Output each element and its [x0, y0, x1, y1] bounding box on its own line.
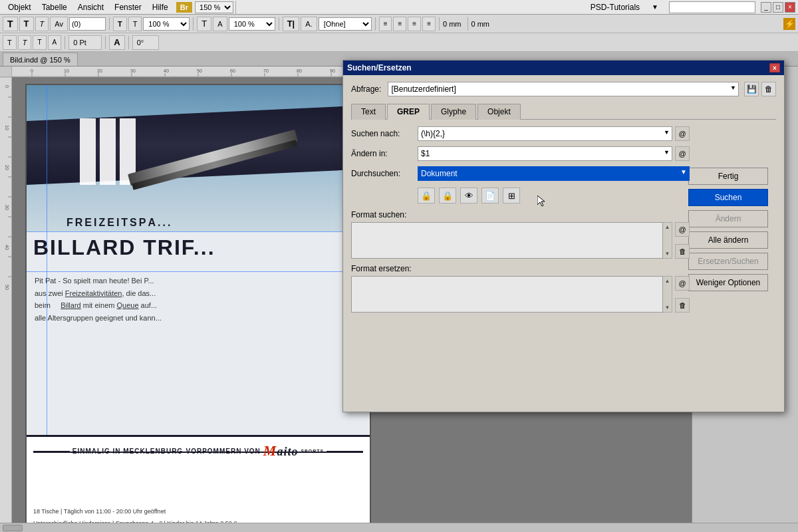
text-tool-Ax[interactable]: A [213, 17, 227, 31]
format-ersetzen-at2[interactable]: 🗑 [675, 298, 690, 313]
sep9 [128, 36, 129, 49]
format-suchen-section: Format suchen: ▲ ▼ @ 🗑 [351, 210, 690, 259]
tab-objekt[interactable]: Objekt [477, 104, 521, 120]
format-suchen-scrollbar[interactable]: ▲ ▼ [663, 222, 672, 259]
align-center[interactable]: ≡ [393, 17, 406, 31]
text-tool-T-serif[interactable]: T [113, 17, 127, 31]
sep5 [439, 17, 440, 31]
format-ersetzen-at1[interactable]: @ [675, 276, 690, 291]
abfrage-select[interactable]: [Benutzerdefiniert] [388, 82, 739, 96]
format-ersetzen-scrollbar[interactable]: ▲ ▼ [663, 276, 672, 313]
suchen-select-wrapper: (\h){2,} ▼ [418, 126, 672, 141]
tab-bild[interactable]: Bild.indd @ 150 % [3, 53, 78, 66]
scrollbar-horizontal[interactable] [0, 523, 798, 532]
ersetzen-suchen-button[interactable]: Ersetzen/Suchen [688, 253, 768, 270]
durchsuchen-select[interactable]: Dokument Auswahl Artikel Bis Ende [418, 166, 690, 181]
menu-fenster[interactable]: Fenster [109, 3, 147, 12]
menu-search-input[interactable] [669, 1, 755, 13]
suchen-nach-field-wrapper: (\h){2,} ▼ @ [418, 126, 690, 141]
abfrage-select-wrapper: [Benutzerdefiniert] ▼ [388, 82, 739, 96]
align-right[interactable]: ≡ [408, 17, 421, 31]
dialog-close-button[interactable]: × [769, 63, 780, 72]
fertig-button[interactable]: Fertig [688, 168, 768, 185]
text-italic-T[interactable]: T [18, 35, 32, 50]
scrollbar-h-thumb[interactable] [3, 525, 23, 531]
aendern-in-select[interactable]: $1 [418, 146, 672, 161]
aendern-in-row: Ändern in: $1 ▼ @ [351, 146, 776, 161]
tab-grep[interactable]: GREP [387, 104, 430, 120]
delete-query-btn[interactable]: 🗑 [761, 82, 776, 96]
weniger-optionen-button[interactable]: Weniger Optionen [688, 274, 768, 291]
body-line-3: beim Billard mit einem Queue auf... [35, 299, 363, 312]
svg-text:70: 70 [263, 68, 269, 73]
format-suchen-at1[interactable]: @ [675, 222, 690, 237]
menu-ansicht[interactable]: Ansicht [72, 3, 109, 12]
body-text: Pit Pat - So spielt man heute! Bei P... … [35, 275, 363, 325]
text-tool-T-sub[interactable]: T [197, 17, 211, 31]
doc-bottom-section: EINMALIG IN MECKLENBURG-VORPOMMERN VON M… [27, 435, 370, 523]
ruler-area: 0 10 20 30 40 50 [0, 66, 12, 523]
close-button[interactable]: × [785, 2, 795, 13]
psd-tutorials-label: PSD-Tutorials [585, 3, 645, 12]
format-suchen-textarea[interactable] [351, 222, 663, 259]
text-Ax-btn[interactable]: A. [301, 17, 317, 31]
text-tool-T2[interactable]: T [19, 17, 34, 31]
zoom-select[interactable]: 150 % [195, 1, 233, 13]
aendern-button[interactable]: Ändern [688, 210, 768, 227]
aendern-dropdown-arrow: ▼ [664, 149, 670, 156]
icon-master[interactable]: 👁 [460, 188, 477, 203]
menu-bar: Objekt Tabelle Ansicht Fenster Hilfe Br … [0, 0, 798, 15]
deg-btn[interactable]: 0° [132, 35, 159, 50]
align-left[interactable]: ≡ [379, 17, 392, 31]
align-justify[interactable]: ≡ [422, 17, 436, 31]
menu-objekt[interactable]: Objekt [3, 3, 37, 12]
icon-locked[interactable]: 🔒 [418, 188, 435, 203]
text-A-cap[interactable]: A [109, 35, 124, 50]
guide-h-1 [27, 231, 370, 232]
menu-hilfe[interactable]: Hilfe [147, 3, 174, 12]
tab-glyphe[interactable]: Glyphe [431, 104, 476, 120]
font-size-select1[interactable]: 100 % [143, 17, 190, 31]
einmalig-text: EINMALIG IN MECKLENBURG-VORPOMMERN VON [72, 448, 261, 455]
pt-btn[interactable]: 0 Pt [68, 35, 102, 50]
body-line-4: alle Altersgruppen geeignet und kann... [35, 312, 363, 325]
align-btns: ≡ ≡ ≡ ≡ [379, 17, 436, 31]
icon-case[interactable]: ⊞ [503, 188, 520, 203]
text-sc-T[interactable]: T [33, 35, 46, 50]
suchen-at-button[interactable]: @ [675, 126, 690, 141]
svg-text:40: 40 [164, 68, 169, 73]
tracking-input[interactable] [69, 17, 106, 31]
text-cursor-btn[interactable]: T| [283, 17, 300, 31]
abfrage-row: Abfrage: [Benutzerdefiniert] ▼ 💾 🗑 [351, 82, 776, 96]
tab-text[interactable]: Text [351, 104, 386, 120]
text-tool-T1[interactable]: T [3, 17, 18, 31]
menu-tabelle[interactable]: Tabelle [37, 3, 72, 12]
format-ersetzen-wrapper: ▲ ▼ @ 🗑 [351, 276, 690, 313]
text-tool-T3[interactable]: T [35, 17, 49, 31]
font-size-select2[interactable]: 100 % [229, 17, 275, 31]
psd-tutorials-dropdown[interactable]: ▼ [646, 3, 664, 11]
text-small-T[interactable]: T [3, 35, 17, 50]
minimize-button[interactable]: _ [761, 2, 771, 13]
suchen-nach-select[interactable]: (\h){2,} [418, 126, 672, 141]
format-suchen-at-btns: @ 🗑 [675, 222, 690, 259]
aendern-at-button[interactable]: @ [675, 146, 690, 161]
maximize-button[interactable]: □ [773, 2, 783, 13]
text-tool-Av[interactable]: Av [50, 17, 68, 31]
format-ersetzen-textarea[interactable] [351, 276, 663, 313]
font-none-select[interactable]: [Ohne] [319, 17, 372, 31]
format-suchen-at2[interactable]: 🗑 [675, 244, 690, 259]
alle-aendern-button[interactable]: Alle ändern [688, 231, 768, 249]
br-bridge-icon[interactable]: Br [176, 2, 192, 13]
icon-footnotes[interactable]: 📄 [481, 188, 499, 203]
toolbar-row-2: T T T A 0 Pt A 0° [0, 33, 798, 52]
suchen-button[interactable]: Suchen [688, 189, 768, 206]
window-controls: _ □ × [761, 2, 795, 13]
body-line-1: Pit Pat - So spielt man heute! Bei P... [35, 275, 363, 287]
body-line-2: aus zwei Freizeitaktivitäten, die das... [35, 287, 363, 300]
text-A-sub[interactable]: A [48, 35, 62, 50]
svg-text:20: 20 [97, 68, 102, 73]
icon-hidden[interactable]: 🔒 [439, 188, 456, 203]
text-tool-T-small[interactable]: T [128, 17, 142, 31]
save-query-btn[interactable]: 💾 [744, 82, 759, 96]
